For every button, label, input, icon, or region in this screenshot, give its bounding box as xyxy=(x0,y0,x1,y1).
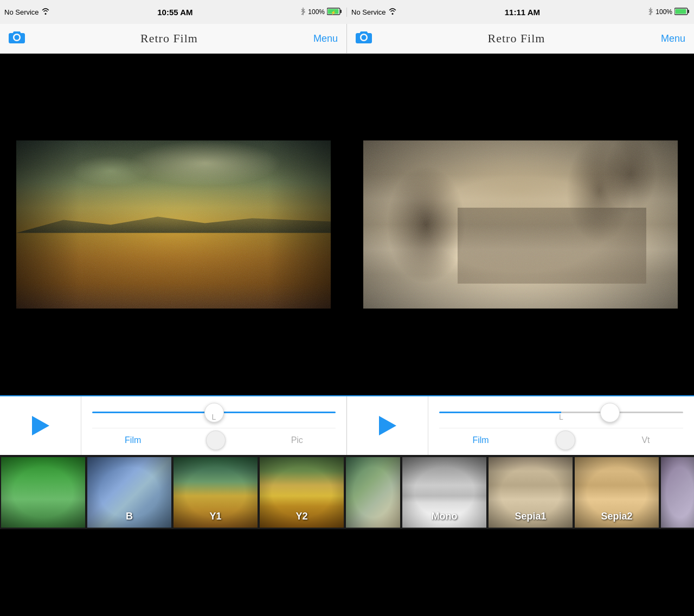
status-right-left: 100% ⚡ xyxy=(300,8,342,17)
film-item-label-mono: Mono xyxy=(402,511,486,522)
mountain-left xyxy=(16,201,331,233)
play-button-right[interactable] xyxy=(379,416,396,435)
bluetooth-icon-left xyxy=(300,8,306,17)
svg-point-0 xyxy=(44,13,46,15)
nav-bar: Retro Film Menu Retro Film Menu xyxy=(0,24,694,54)
slider-container-right: L Film Vt xyxy=(428,402,694,450)
status-bar-left: No Service 10:55 AM 100% xyxy=(0,8,347,17)
camera-button-left[interactable] xyxy=(9,30,25,47)
vt-label-right[interactable]: Vt xyxy=(641,435,650,445)
camera-button-right[interactable] xyxy=(356,30,372,47)
no-service-right: No Service xyxy=(351,8,386,16)
nav-right: Retro Film Menu xyxy=(347,24,694,53)
film-item-mono[interactable]: Mono xyxy=(402,457,486,528)
film-item-y1[interactable]: Y1 xyxy=(174,457,258,528)
main-photo-area xyxy=(0,54,694,395)
film-item-label-y2: Y2 xyxy=(260,511,344,522)
svg-rect-10 xyxy=(676,9,686,14)
film-strip: B Y1 Y2 Mono Sepia1 Sepia2 xyxy=(0,455,694,529)
film-item-sepia1[interactable]: Sepia1 xyxy=(489,457,573,528)
film-item-y2[interactable]: Y2 xyxy=(260,457,344,528)
menu-button-right[interactable]: Menu xyxy=(661,33,685,44)
svg-point-6 xyxy=(391,13,393,15)
grain-left xyxy=(16,140,331,309)
slider-container-left: L Film Pic xyxy=(81,402,346,450)
app-title-left: Retro Film xyxy=(140,31,198,46)
play-button-left[interactable] xyxy=(32,416,49,435)
battery-pct-right: 100% xyxy=(656,8,672,16)
app-title-right: Retro Film xyxy=(488,31,545,46)
control-panel-right: L Film Vt xyxy=(347,396,694,455)
svg-text:⚡: ⚡ xyxy=(331,10,336,15)
svg-rect-3 xyxy=(340,10,342,13)
no-service-left: No Service xyxy=(4,8,39,16)
play-btn-container-right xyxy=(347,396,428,455)
cloud-overlay-left xyxy=(16,140,331,216)
slider-label-left: L xyxy=(212,413,216,421)
slider-label-right: L xyxy=(559,413,563,421)
film-item-sepia2[interactable]: Sepia2 xyxy=(575,457,659,528)
pic-label-left[interactable]: Pic xyxy=(291,435,303,445)
photo-left[interactable] xyxy=(16,140,331,309)
film-item-color5[interactable] xyxy=(346,457,400,528)
time-left: 10:55 AM xyxy=(157,8,192,17)
svg-point-12 xyxy=(362,35,367,40)
battery-pct-left: 100% xyxy=(308,8,325,16)
menu-button-left[interactable]: Menu xyxy=(313,33,338,44)
photo-panel-left xyxy=(0,54,347,395)
film-item-0[interactable] xyxy=(1,457,85,528)
play-btn-container-left xyxy=(0,396,81,455)
film-item-label-sepia2: Sepia2 xyxy=(575,511,659,522)
wifi-icon-right xyxy=(388,8,397,16)
status-right-left-group: No Service xyxy=(351,8,397,16)
wifi-icon-left xyxy=(41,8,50,16)
film-item-partial[interactable] xyxy=(661,457,694,528)
tree-overlay xyxy=(363,140,678,309)
control-panel-left: L Film Pic xyxy=(0,396,347,455)
photo-panel-right xyxy=(347,54,694,395)
battery-icon-left: ⚡ xyxy=(327,8,342,17)
nav-left: Retro Film Menu xyxy=(0,24,347,53)
slider-thumb-right[interactable] xyxy=(600,403,620,422)
film-item-label-b: B xyxy=(87,511,171,522)
status-right-right: 100% xyxy=(648,8,690,17)
time-right: 11:11 AM xyxy=(505,8,540,17)
slider-container-bottom-right: Film Vt xyxy=(439,431,683,450)
knob-left[interactable] xyxy=(206,431,226,450)
svg-point-11 xyxy=(15,35,20,40)
bluetooth-icon-right xyxy=(648,8,653,17)
film-item-label-y1: Y1 xyxy=(174,511,258,522)
controls-area: L Film Pic L Fil xyxy=(0,395,694,455)
film-label-left[interactable]: Film xyxy=(125,435,141,445)
film-label-right[interactable]: Film xyxy=(472,435,489,445)
knob-right[interactable] xyxy=(556,431,575,450)
slider-container-bottom-left: Film Pic xyxy=(92,431,336,450)
building-overlay xyxy=(458,208,646,284)
film-item-b[interactable]: B xyxy=(87,457,171,528)
svg-rect-9 xyxy=(687,10,689,13)
status-bar: No Service 10:55 AM 100% xyxy=(0,0,694,24)
status-bar-right: No Service 11:11 AM 100% xyxy=(347,8,694,17)
photo-right[interactable] xyxy=(363,140,678,309)
grain-right xyxy=(363,140,678,309)
battery-icon-right xyxy=(674,8,690,17)
film-item-label-sepia1: Sepia1 xyxy=(489,511,573,522)
status-left-group: No Service xyxy=(4,8,50,16)
